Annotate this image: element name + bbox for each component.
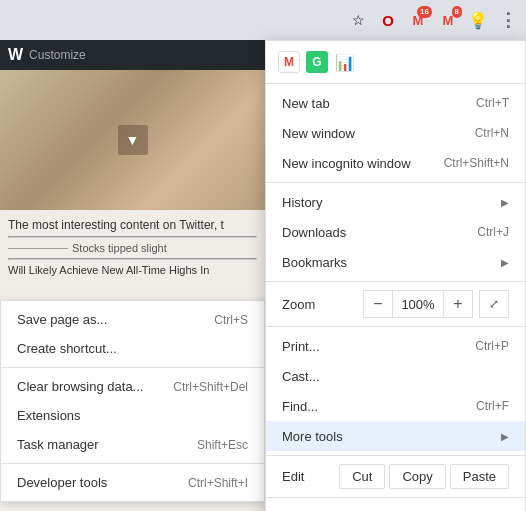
chart-ext-symbol: 📊 — [335, 53, 355, 72]
submenu-divider-2 — [1, 463, 264, 464]
developer-tools-item[interactable]: Developer tools Ctrl+Shift+I — [1, 468, 264, 497]
bookmarks-label: Bookmarks — [282, 255, 493, 270]
edit-label: Edit — [282, 469, 335, 484]
create-shortcut-label: Create shortcut... — [17, 341, 117, 356]
new-incognito-shortcut: Ctrl+Shift+N — [444, 156, 509, 170]
more-tools-item[interactable]: More tools ▶ — [266, 421, 525, 451]
submenu-divider-1 — [1, 367, 264, 368]
find-label: Find... — [282, 399, 460, 414]
new-window-item[interactable]: New window Ctrl+N — [266, 118, 525, 148]
green-ext-symbol: G — [312, 55, 321, 69]
developer-tools-label: Developer tools — [17, 475, 107, 490]
save-page-shortcut: Ctrl+S — [214, 313, 248, 327]
stocks-text: Stocks tipped slight — [8, 242, 257, 254]
task-manager-item[interactable]: Task manager Shift+Esc — [1, 430, 264, 459]
cut-button[interactable]: Cut — [339, 464, 385, 489]
hero-image: ▼ — [0, 70, 265, 210]
zoom-label: Zoom — [282, 297, 363, 312]
twitter-text: The most interesting content on Twitter,… — [8, 218, 257, 232]
print-shortcut: Ctrl+P — [475, 339, 509, 353]
zoom-row: Zoom − 100% + ⤢ — [266, 286, 525, 322]
gmail2-badge: 8 — [452, 6, 462, 18]
chart-extension-icon[interactable]: 📊 — [334, 51, 356, 73]
new-tab-item[interactable]: New tab Ctrl+T — [266, 88, 525, 118]
extension-icons-row: M G 📊 — [266, 45, 525, 79]
wp-logo: W — [8, 46, 23, 64]
downloads-label: Downloads — [282, 225, 461, 240]
slider-arrow[interactable]: ▼ — [118, 125, 148, 155]
print-item[interactable]: Print... Ctrl+P — [266, 331, 525, 361]
clear-browsing-label: Clear browsing data... — [17, 379, 143, 394]
paste-button[interactable]: Paste — [450, 464, 509, 489]
text-divider-2 — [8, 258, 257, 260]
gmail-icon-button[interactable]: M 16 — [404, 6, 432, 34]
zoom-expand-button[interactable]: ⤢ — [479, 290, 509, 318]
three-dots-icon: ⋮ — [499, 9, 517, 31]
history-label: History — [282, 195, 493, 210]
gmail-ext-symbol: M — [284, 55, 294, 69]
downloads-shortcut: Ctrl+J — [477, 225, 509, 239]
clear-browsing-item[interactable]: Clear browsing data... Ctrl+Shift+Del — [1, 372, 264, 401]
new-tab-shortcut: Ctrl+T — [476, 96, 509, 110]
find-item[interactable]: Find... Ctrl+F — [266, 391, 525, 421]
wordpress-bar: W Customize — [0, 40, 265, 70]
create-shortcut-item[interactable]: Create shortcut... — [1, 334, 264, 363]
copy-button[interactable]: Copy — [389, 464, 445, 489]
print-label: Print... — [282, 339, 459, 354]
settings-item[interactable]: Settings — [266, 502, 525, 511]
more-tools-label: More tools — [282, 429, 493, 444]
more-tools-submenu: Save page as... Ctrl+S Create shortcut..… — [0, 300, 265, 502]
developer-tools-shortcut: Ctrl+Shift+I — [188, 476, 248, 490]
new-tab-label: New tab — [282, 96, 460, 111]
edit-row: Edit Cut Copy Paste — [266, 460, 525, 493]
browser-toolbar: ☆ O M 16 M 8 💡 ⋮ — [0, 0, 526, 40]
zoom-plus-button[interactable]: + — [443, 290, 473, 318]
gmail-extension-icon[interactable]: M — [278, 51, 300, 73]
save-page-as-item[interactable]: Save page as... Ctrl+S — [1, 305, 264, 334]
bulb-icon: 💡 — [468, 11, 488, 30]
zoom-minus-button[interactable]: − — [363, 290, 393, 318]
star-button[interactable]: ☆ — [344, 6, 372, 34]
highs-text: Will Likely Achieve New All-Time Highs I… — [8, 264, 257, 276]
gmail-badge: 16 — [417, 6, 432, 18]
new-incognito-item[interactable]: New incognito window Ctrl+Shift+N — [266, 148, 525, 178]
new-window-shortcut: Ctrl+N — [475, 126, 509, 140]
star-icon: ☆ — [352, 12, 365, 28]
zoom-value: 100% — [393, 290, 443, 318]
history-item[interactable]: History ▶ — [266, 187, 525, 217]
cast-label: Cast... — [282, 369, 509, 384]
menu-divider-4 — [266, 455, 525, 456]
task-manager-label: Task manager — [17, 437, 99, 452]
clear-browsing-shortcut: Ctrl+Shift+Del — [173, 380, 248, 394]
new-window-label: New window — [282, 126, 459, 141]
chrome-menu: M G 📊 New tab Ctrl+T New window Ctrl+N N… — [265, 40, 526, 511]
menu-divider-5 — [266, 497, 525, 498]
extensions-item[interactable]: Extensions — [1, 401, 264, 430]
bookmarks-arrow-icon: ▶ — [501, 257, 509, 268]
new-incognito-label: New incognito window — [282, 156, 428, 171]
green-extension-icon[interactable]: G — [306, 51, 328, 73]
task-manager-shortcut: Shift+Esc — [197, 438, 248, 452]
gmail2-icon-button[interactable]: M 8 — [434, 6, 462, 34]
more-tools-arrow-icon: ▶ — [501, 431, 509, 442]
down-arrow-icon: ▼ — [126, 132, 140, 148]
history-arrow-icon: ▶ — [501, 197, 509, 208]
menu-divider-ext — [266, 83, 525, 84]
wp-customize-label: Customize — [29, 48, 86, 62]
page-text-area: The most interesting content on Twitter,… — [0, 210, 265, 284]
menu-divider-2 — [266, 281, 525, 282]
extensions-label: Extensions — [17, 408, 81, 423]
bookmarks-item[interactable]: Bookmarks ▶ — [266, 247, 525, 277]
bulb-icon-button[interactable]: 💡 — [464, 6, 492, 34]
save-page-label: Save page as... — [17, 312, 107, 327]
cast-item[interactable]: Cast... — [266, 361, 525, 391]
menu-button[interactable]: ⋮ — [494, 6, 522, 34]
downloads-item[interactable]: Downloads Ctrl+J — [266, 217, 525, 247]
menu-divider-1 — [266, 182, 525, 183]
menu-divider-3 — [266, 326, 525, 327]
find-shortcut: Ctrl+F — [476, 399, 509, 413]
opera-icon: O — [382, 12, 394, 29]
opera-icon-button[interactable]: O — [374, 6, 402, 34]
text-divider-1 — [8, 236, 257, 238]
fullscreen-icon: ⤢ — [489, 297, 499, 311]
